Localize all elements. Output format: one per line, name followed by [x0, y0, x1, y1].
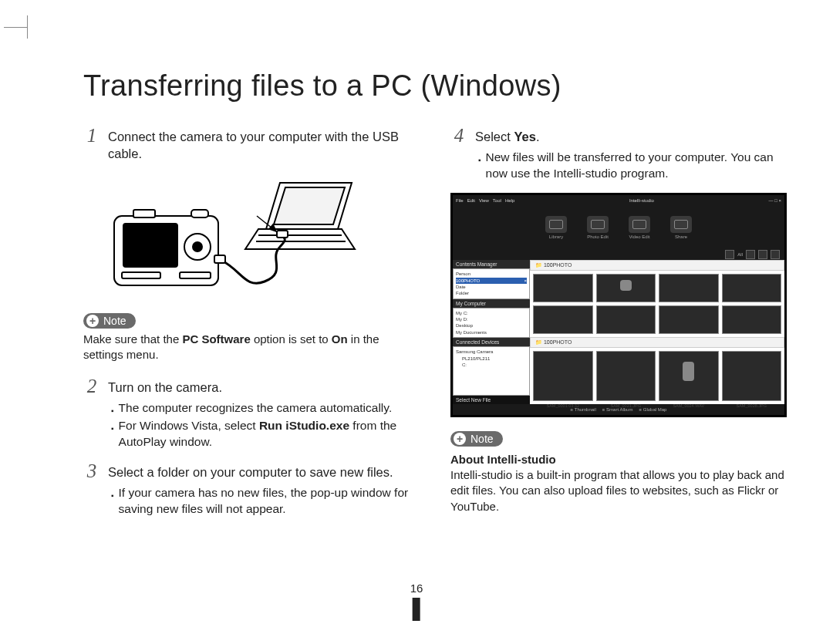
- ss-sidebar: Contents Manager Person 100PHOTO× Date F…: [453, 260, 530, 404]
- thumb: SAM_0028.JPG: [722, 351, 782, 401]
- step-text: Connect the camera to your computer with…: [108, 126, 420, 163]
- step-4-bullets: New files will be transferred to your co…: [478, 150, 787, 182]
- camera-to-laptop-illustration: [106, 174, 361, 301]
- note-label: Note: [103, 315, 126, 327]
- panel-connected-devices: Samsung Camera PL210/PL211 C:: [453, 346, 530, 396]
- thumb: [533, 305, 593, 334]
- step-4: 4 Select Yes.: [450, 126, 787, 145]
- step-number: 2: [83, 376, 100, 396]
- thumbnail-grid-top: SAM_0010 01:11 SAM_0011.WAV SAM_0012.JPG…: [530, 271, 784, 337]
- note-pill: + Note: [450, 431, 503, 447]
- panel-header: Connected Devices: [453, 338, 530, 346]
- svg-point-3: [193, 242, 202, 251]
- photo-icon: [587, 216, 609, 233]
- ss-titlebar: File Edit View Tool Help Intelli-studio …: [453, 195, 784, 206]
- bullet-icon: [478, 150, 481, 182]
- thumb: SAM_0012.JPG: [659, 274, 719, 302]
- note-block-1: + Note Make sure that the PC Software op…: [83, 313, 420, 363]
- note-body: Intelli-studio is a built-in program tha…: [450, 467, 787, 514]
- thumb: SAM_0021.JPG: [596, 351, 656, 401]
- plus-icon: +: [86, 315, 99, 327]
- bullet-icon: [111, 400, 114, 416]
- panel-header: Contents Manager: [453, 260, 530, 268]
- thumb: SAM_0001 03:32: [533, 351, 593, 401]
- bullet: New files will be transferred to your co…: [478, 150, 787, 182]
- step-3-bullets: If your camera has no new files, the pop…: [111, 485, 420, 518]
- ss-body: Contents Manager Person 100PHOTO× Date F…: [453, 260, 784, 404]
- plus-icon: +: [454, 433, 466, 445]
- page-number-bar-icon: [413, 598, 420, 621]
- thumb: SAM_0013.JPG: [722, 274, 782, 302]
- breadcrumb-bottom: 📁 100PHOTO: [530, 337, 784, 348]
- bullet-icon: [111, 418, 114, 450]
- step-text: Select a folder on your computer to save…: [108, 461, 393, 480]
- breadcrumb-top: 📁 100PHOTO: [530, 260, 784, 271]
- filter-chip-icon: [725, 250, 734, 259]
- page-number: 16: [410, 582, 423, 621]
- manual-page: Transferring files to a PC (Windows) 1 C…: [0, 0, 833, 528]
- thumb: SAM_0024.WAV: [659, 351, 719, 401]
- panel-bottom-status: Select New File: [453, 396, 530, 404]
- thumb: [596, 305, 656, 334]
- bullet: For Windows Vista, select Run iStudio.ex…: [111, 418, 420, 450]
- view-chip-icon: [746, 250, 755, 259]
- selected-row: 100PHOTO×: [456, 278, 527, 284]
- globe-icon: [670, 216, 692, 233]
- svg-rect-1: [123, 224, 177, 267]
- step-2-bullets: The computer recognizes the camera autom…: [111, 400, 420, 450]
- library-icon: [545, 216, 567, 233]
- bullet: If your camera has no new files, the pop…: [111, 485, 420, 518]
- tb-library: Library: [545, 216, 567, 239]
- svg-rect-7: [191, 210, 208, 217]
- svg-rect-13: [214, 255, 225, 263]
- ss-menu: File Edit View Tool Help: [456, 198, 514, 203]
- note-label: Note: [470, 433, 494, 445]
- step-text: Turn on the camera.: [108, 376, 222, 396]
- right-column: 4 Select Yes. New files will be transfer…: [450, 126, 787, 528]
- note-subhead: About Intelli-studio: [450, 453, 787, 466]
- ss-toolbar: Library Photo Edit Video Edit Share: [453, 206, 784, 249]
- bullet-icon: [111, 485, 114, 518]
- page-number-value: 16: [410, 582, 423, 595]
- page-title: Transferring files to a PC (Windows): [83, 69, 787, 103]
- tb-video: Video Edit: [629, 216, 650, 239]
- step-number: 3: [83, 461, 100, 480]
- svg-rect-14: [277, 231, 288, 238]
- tb-share: Share: [670, 216, 692, 239]
- thumb: [722, 305, 782, 334]
- svg-rect-5: [180, 272, 211, 278]
- ss-window-controls: — □ ×: [769, 198, 781, 203]
- tb-photo: Photo Edit: [587, 216, 609, 239]
- step-number: 1: [83, 126, 100, 145]
- panel-contents-manager: Person 100PHOTO× Date Folder: [453, 268, 530, 299]
- thumb: SAM_0010 01:11: [533, 274, 593, 302]
- step-1: 1 Connect the camera to your computer wi…: [83, 126, 420, 163]
- panel-my-computer: My C: My D: Desktop My Documents: [453, 308, 530, 339]
- svg-marker-9: [274, 187, 345, 224]
- ss-main: 📁 100PHOTO SAM_0010 01:11 SAM_0011.WAV S…: [530, 260, 784, 404]
- svg-rect-6: [133, 210, 155, 217]
- note-body: Make sure that the PC Software option is…: [83, 332, 420, 363]
- svg-rect-4: [122, 272, 160, 278]
- view-chip-icon: [758, 250, 767, 259]
- ss-sub-toolbar: All: [453, 249, 784, 260]
- step-3: 3 Select a folder on your computer to sa…: [83, 461, 420, 480]
- bullet: The computer recognizes the camera autom…: [111, 400, 420, 416]
- ss-app-title: Intelli-studio: [629, 198, 654, 203]
- step-text: Select Yes.: [475, 126, 540, 145]
- thumb: [659, 305, 719, 334]
- thumb: SAM_0011.WAV: [596, 274, 656, 302]
- step-number: 4: [450, 126, 467, 145]
- left-column: 1 Connect the camera to your computer wi…: [83, 126, 420, 528]
- thumbnail-grid-bottom: SAM_0001 03:32 SAM_0021.JPG SAM_0024.WAV…: [530, 348, 784, 404]
- note-pill: + Note: [83, 313, 136, 329]
- two-column-layout: 1 Connect the camera to your computer wi…: [83, 126, 787, 528]
- step-2: 2 Turn on the camera.: [83, 376, 420, 396]
- intelli-studio-screenshot: File Edit View Tool Help Intelli-studio …: [450, 193, 787, 417]
- panel-header: My Computer: [453, 299, 530, 308]
- svg-marker-10: [245, 229, 355, 249]
- note-block-2: + Note About Intelli-studio Intelli-stud…: [450, 431, 787, 514]
- video-icon: [629, 216, 650, 233]
- view-chip-icon: [771, 250, 780, 259]
